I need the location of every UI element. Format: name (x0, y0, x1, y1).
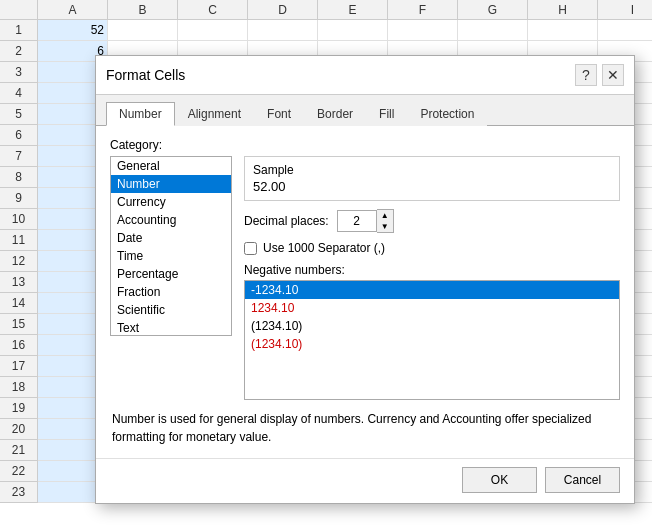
tab-font[interactable]: Font (254, 102, 304, 126)
dialog-controls: ? ✕ (575, 64, 624, 86)
negative-item-3[interactable]: (1234.10) (245, 335, 619, 353)
negative-item-1[interactable]: 1234.10 (245, 299, 619, 317)
separator-row: Use 1000 Separator (,) (244, 241, 620, 255)
tabs: Number Alignment Font Border Fill Protec… (96, 95, 634, 126)
dialog-title-bar: Format Cells ? ✕ (96, 56, 634, 95)
help-button[interactable]: ? (575, 64, 597, 86)
dialog-overlay: Format Cells ? ✕ Number Alignment Font B… (0, 0, 652, 529)
category-item-date[interactable]: Date (111, 229, 231, 247)
category-item-currency[interactable]: Currency (111, 193, 231, 211)
decimal-row: Decimal places: ▲ ▼ (244, 209, 620, 233)
negative-label: Negative numbers: (244, 263, 620, 277)
category-item-fraction[interactable]: Fraction (111, 283, 231, 301)
category-item-general[interactable]: General (111, 157, 231, 175)
close-button[interactable]: ✕ (602, 64, 624, 86)
category-list-wrap: GeneralNumberCurrencyAccountingDateTimeP… (110, 156, 232, 400)
tab-number[interactable]: Number (106, 102, 175, 126)
separator-label: Use 1000 Separator (,) (263, 241, 385, 255)
spinner-up[interactable]: ▲ (377, 210, 393, 221)
decimal-input[interactable] (337, 210, 377, 232)
format-cells-dialog: Format Cells ? ✕ Number Alignment Font B… (95, 55, 635, 504)
category-item-time[interactable]: Time (111, 247, 231, 265)
decimal-label: Decimal places: (244, 214, 329, 228)
category-label: Category: (110, 138, 620, 152)
category-item-scientific[interactable]: Scientific (111, 301, 231, 319)
sample-label: Sample (253, 163, 611, 177)
category-listbox[interactable]: GeneralNumberCurrencyAccountingDateTimeP… (110, 156, 232, 336)
main-content: GeneralNumberCurrencyAccountingDateTimeP… (110, 156, 620, 400)
negative-section: Negative numbers: -1234.101234.10(1234.1… (244, 263, 620, 400)
negative-item-2[interactable]: (1234.10) (245, 317, 619, 335)
negative-listbox[interactable]: -1234.101234.10(1234.10)(1234.10) (244, 280, 620, 400)
ok-button[interactable]: OK (462, 467, 537, 493)
dialog-title: Format Cells (106, 67, 185, 83)
cancel-button[interactable]: Cancel (545, 467, 620, 493)
tab-alignment[interactable]: Alignment (175, 102, 254, 126)
category-item-text[interactable]: Text (111, 319, 231, 336)
category-item-accounting[interactable]: Accounting (111, 211, 231, 229)
right-panel: Sample 52.00 Decimal places: ▲ ▼ (244, 156, 620, 400)
decimal-spinner[interactable]: ▲ ▼ (337, 209, 394, 233)
dialog-body: Category: GeneralNumberCurrencyAccountin… (96, 126, 634, 458)
spinner-buttons: ▲ ▼ (377, 209, 394, 233)
category-item-percentage[interactable]: Percentage (111, 265, 231, 283)
negative-item-0[interactable]: -1234.10 (245, 281, 619, 299)
category-item-number[interactable]: Number (111, 175, 231, 193)
sample-section: Sample 52.00 (244, 156, 620, 201)
tab-fill[interactable]: Fill (366, 102, 407, 126)
description-area: Number is used for general display of nu… (110, 410, 620, 446)
sample-value: 52.00 (253, 179, 611, 194)
spinner-down[interactable]: ▼ (377, 221, 393, 232)
tab-protection[interactable]: Protection (407, 102, 487, 126)
tab-border[interactable]: Border (304, 102, 366, 126)
dialog-footer: OK Cancel (96, 458, 634, 503)
separator-checkbox[interactable] (244, 242, 257, 255)
